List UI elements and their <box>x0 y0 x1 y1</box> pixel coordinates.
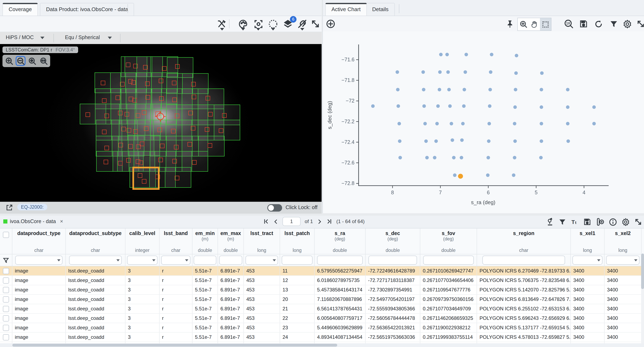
filter-s_region[interactable] <box>477 254 571 266</box>
data-point[interactable] <box>566 105 569 109</box>
table-row[interactable]: imagelsst.deep_coadd3r5.51e-76.891e-7453… <box>0 314 644 323</box>
filter-s_ra[interactable] <box>314 254 366 266</box>
data-point[interactable] <box>450 122 453 125</box>
filter-table-icon[interactable] <box>558 218 566 226</box>
cell-dataproduct_subtype[interactable]: lsst.deep_coadd <box>66 276 126 285</box>
filter-input[interactable] <box>482 256 565 265</box>
cell-s_xel2[interactable]: 3400 <box>604 304 642 313</box>
cell-s_xel2[interactable]: 3400 <box>604 323 642 332</box>
data-point[interactable] <box>486 174 490 177</box>
prev-page-icon[interactable] <box>273 219 278 224</box>
inspect-icon[interactable] <box>546 218 554 226</box>
cell-em_min[interactable]: 5.51e-7 <box>192 285 218 294</box>
unlink-icon[interactable] <box>297 19 308 29</box>
data-point[interactable] <box>433 156 436 159</box>
data-point[interactable] <box>488 104 492 108</box>
cell-dataproduct_subtype[interactable]: lsst.deep_coadd <box>66 266 126 275</box>
filter-input[interactable] <box>219 256 242 265</box>
cell-s_fov[interactable]: 0.2671077034649709 <box>420 304 477 313</box>
column-header-lsst_tract[interactable]: lsst_tractlong <box>244 228 280 254</box>
checkbox[interactable] <box>3 306 9 312</box>
cell-s_dec[interactable]: -72.54977054201197 <box>366 295 420 304</box>
cell-em_max[interactable]: 6.891e-7 <box>218 276 244 285</box>
cell-s_fov[interactable]: 0.26710770346654406 <box>420 276 477 285</box>
zoom-original-icon[interactable]: 1X <box>564 19 574 29</box>
cell-lsst_patch[interactable]: 24 <box>280 332 314 342</box>
data-point[interactable] <box>464 53 468 56</box>
data-point[interactable] <box>490 53 493 56</box>
expand-table-icon[interactable] <box>634 218 642 226</box>
cell-em_max[interactable]: 6.891e-7 <box>218 304 244 313</box>
cell-s_xel1[interactable]: 3400 <box>571 266 604 275</box>
cell-lsst_patch[interactable]: 22 <box>280 314 314 323</box>
cell-s_ra[interactable]: 6.005640807759717 <box>314 314 366 323</box>
cell-s_region[interactable]: POLYGON ICRS 5.696243 -72.656929 6.32 <box>477 314 571 323</box>
data-point[interactable] <box>424 139 428 143</box>
cell-s_region[interactable]: POLYGON ICRS 6.270469 -72.819733 6.90 <box>477 266 571 275</box>
text-view-icon[interactable]: T t <box>570 218 579 226</box>
cell-s_xel1[interactable]: 3400 <box>571 276 604 285</box>
column-header-em_max[interactable]: em_max(m)double <box>218 228 244 254</box>
cell-calib_level[interactable]: 3 <box>126 304 160 313</box>
data-point[interactable] <box>396 70 399 74</box>
cell-calib_level[interactable]: 3 <box>126 266 160 275</box>
cell-lsst_tract[interactable]: 453 <box>244 266 280 275</box>
data-point[interactable] <box>592 122 596 125</box>
data-point[interactable] <box>487 139 490 143</box>
data-point[interactable] <box>464 70 467 74</box>
cell-dataproduct_type[interactable]: image <box>12 276 66 285</box>
data-point[interactable] <box>566 88 569 91</box>
chart-settings-icon[interactable] <box>622 19 632 29</box>
filter-lsst_patch[interactable] <box>280 254 314 266</box>
filter-input[interactable] <box>282 256 312 265</box>
data-point[interactable] <box>422 88 426 91</box>
data-point[interactable] <box>540 71 544 75</box>
data-point[interactable] <box>486 156 490 159</box>
cell-lsst_tract[interactable]: 453 <box>244 276 280 285</box>
scrollbar-thumb[interactable] <box>12 344 337 346</box>
save-table-icon[interactable] <box>583 218 591 226</box>
cell-dataproduct_subtype[interactable]: lsst.deep_coadd <box>66 332 126 342</box>
table-row[interactable]: imagelsst.deep_coadd3r5.51e-76.891e-7453… <box>0 285 644 295</box>
cell-s_dec[interactable]: -72.72717183118387 <box>366 276 420 285</box>
cell-s_dec[interactable]: -72.72249616428789 <box>366 266 420 275</box>
data-point[interactable] <box>566 122 569 125</box>
close-table-icon[interactable]: × <box>60 218 63 224</box>
last-page-icon[interactable] <box>326 219 332 224</box>
cell-s_ra[interactable]: 7.116820670887896 <box>314 295 366 304</box>
pin-chart-icon[interactable] <box>504 19 515 29</box>
data-point[interactable] <box>447 88 451 91</box>
tools-icon[interactable] <box>216 19 227 29</box>
data-point[interactable] <box>513 122 516 125</box>
cell-calib_level[interactable]: 3 <box>126 285 160 294</box>
column-header-dataproduct_subtype[interactable]: dataproduct_subtypechar <box>66 228 126 254</box>
cell-calib_level[interactable]: 3 <box>126 332 160 342</box>
cell-lsst_patch[interactable]: 11 <box>280 266 314 275</box>
cell-calib_level[interactable]: 3 <box>126 314 160 323</box>
cell-s_ra[interactable]: 6.561413787654431 <box>314 304 366 313</box>
filter-input[interactable] <box>317 256 362 265</box>
cell-dataproduct_subtype[interactable]: lsst.deep_coadd <box>66 295 126 304</box>
data-point[interactable] <box>592 105 596 109</box>
row-checkbox-cell[interactable] <box>0 276 12 285</box>
chart-select-mode-button[interactable] <box>540 18 551 31</box>
row-checkbox-cell[interactable] <box>0 304 12 313</box>
cell-s_ra[interactable]: 6.01860278975735 <box>314 276 366 285</box>
column-header-lsst_band[interactable]: lsst_bandchar <box>160 228 192 254</box>
expand-chart-icon[interactable] <box>635 19 644 29</box>
zoom-out-button[interactable] <box>16 56 26 66</box>
cell-lsst_band[interactable]: r <box>160 266 192 275</box>
next-page-icon[interactable] <box>317 219 322 224</box>
data-point[interactable] <box>438 88 441 91</box>
data-point[interactable] <box>423 122 427 125</box>
filter-input[interactable] <box>194 256 216 265</box>
row-checkbox-cell[interactable] <box>0 332 12 342</box>
color-palette-icon[interactable] <box>238 19 248 29</box>
filter-select[interactable] <box>127 256 158 265</box>
filter-s_xel2[interactable] <box>604 254 642 266</box>
cell-lsst_band[interactable]: r <box>160 295 192 304</box>
cell-dataproduct_type[interactable]: image <box>12 295 66 304</box>
table-row[interactable]: imagelsst.deep_coadd3r5.51e-76.891e-7453… <box>0 266 644 276</box>
data-point[interactable] <box>425 156 429 159</box>
cell-s_fov[interactable]: 0.26709739750360156 <box>420 295 477 304</box>
